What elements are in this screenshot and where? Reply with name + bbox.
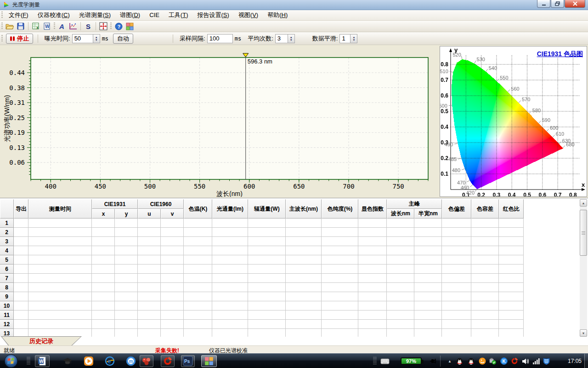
scroll-up-button[interactable]: ▲ [580,199,587,207]
taskbar-word[interactable]: W [35,355,50,367]
open-file-icon[interactable] [4,22,15,31]
table-cell [286,329,322,337]
taskbar-graduation-cap[interactable] [62,355,74,367]
stop-button[interactable]: 停止 [6,34,33,44]
table-row[interactable]: 2 [0,228,524,237]
menu-item[interactable]: 仪器校准(C) [33,10,74,20]
table-cell [161,246,184,255]
table-cell [28,255,92,264]
table-row[interactable]: 1 [0,218,524,228]
menu-item[interactable]: 光谱测量(S) [74,10,115,20]
table-row[interactable]: 10 [0,301,524,310]
save-icon[interactable] [15,22,26,31]
table-cell [161,283,184,292]
smooth-input[interactable] [339,34,351,43]
average-input[interactable] [275,34,288,43]
vertical-scrollbar[interactable]: ▲ ▼ [580,199,587,337]
export-word-icon[interactable]: W [41,22,52,31]
table-row[interactable]: 12 [0,320,524,329]
scroll-down-button[interactable]: ▼ [580,329,587,337]
table-cell [212,292,248,301]
table-cell [471,274,499,283]
hidden-icons-button[interactable]: ▲ [447,357,453,365]
table-cell [14,246,28,255]
table-row[interactable]: 9 [0,292,524,301]
help-icon[interactable]: ? [113,22,124,31]
qq-icon-1[interactable] [456,357,463,365]
qq-icon-2[interactable] [467,357,475,365]
table-cell [184,255,212,264]
taskbar-molecule-app[interactable] [140,355,153,367]
taskbar-media-player[interactable] [83,355,95,367]
table-cell [161,237,184,246]
network-signal-icon[interactable] [532,357,540,365]
table-row[interactable]: 6 [0,264,524,274]
table-row[interactable]: 13 [0,329,524,337]
spectrum-chart-icon[interactable] [68,22,79,31]
table-cell [92,228,115,237]
smooth-stepper[interactable]: ▲▼ [351,34,357,43]
table-cell [138,320,161,329]
table-cell [248,301,286,310]
wangwang-icon[interactable] [479,357,486,365]
close-button[interactable] [565,0,585,8]
table-row[interactable]: 8 [0,283,524,292]
svg-text:x: x [582,181,585,188]
restore-button[interactable] [551,0,564,8]
volume-icon[interactable] [522,357,529,365]
menu-item[interactable]: 帮助(H) [263,10,292,20]
table-cell [115,246,138,255]
taskbar-qvod-app[interactable] [161,355,175,367]
spectrum-chart[interactable]: 0.440.380.310.250.190.130.06400450500550… [1,46,437,197]
start-button[interactable] [4,354,18,368]
table-cell [14,218,28,228]
tab-history[interactable]: 历史记录 [1,336,82,345]
menu-item[interactable]: 谱图(D) [115,10,145,20]
usb-safely-remove-icon[interactable] [489,357,496,365]
taskbar-photometry-app[interactable] [201,355,217,367]
show-desktop-button[interactable] [584,354,588,368]
average-stepper[interactable]: ▲▼ [288,34,295,43]
title-bar[interactable]: 光度学测量 [0,0,588,10]
about-icon[interactable] [124,22,135,31]
menu-item[interactable]: CIE [145,10,164,20]
table-cell [248,283,286,292]
table-cell [442,237,471,246]
menu-item[interactable]: 工具(T) [164,10,193,20]
font-icon[interactable]: A [57,22,68,31]
taskbar-clock[interactable]: 17:05 [568,354,582,368]
table-row[interactable]: 3 [0,237,524,246]
table-cell [358,246,387,255]
table-cell [212,320,248,329]
keyboard-tray-icon[interactable] [380,357,390,365]
k-app-icon[interactable]: K [500,357,508,365]
taskbar-internet-explorer[interactable]: e [104,355,116,367]
auto-button[interactable]: 自动 [113,34,133,44]
qvod-tray-icon[interactable] [511,357,518,365]
table-row[interactable]: 11 [0,310,524,320]
battery-indicator[interactable]: 97% [401,357,422,365]
table-cell [442,218,471,228]
menu-item[interactable]: 文件(F) [4,10,33,20]
exposure-input[interactable] [72,34,93,43]
table-row[interactable]: 7 [0,274,524,283]
shield-360-icon[interactable] [543,357,550,365]
scrollbar-thumb[interactable] [580,210,587,256]
taskbar-maxthon[interactable]: m [125,355,137,367]
menu-item[interactable]: 报告设置(S) [192,10,233,20]
table-cell [471,246,499,255]
table-cell [286,310,322,320]
cie1931-link[interactable]: CIE1931 色品图 [537,50,583,58]
minimize-button[interactable] [537,0,550,8]
table-row[interactable]: 4 [0,246,524,255]
table-row[interactable]: 5 [0,255,524,264]
interval-input[interactable] [207,34,233,43]
menu-item[interactable]: 视图(V) [234,10,263,20]
s-mode-icon[interactable]: S [83,22,94,31]
crosshair-zoom-icon[interactable] [98,22,109,31]
table-cell [138,228,161,237]
export-excel-icon[interactable]: x [30,22,41,31]
taskbar-photoshop[interactable]: Ps [181,355,195,367]
table-cell [248,320,286,329]
exposure-stepper[interactable]: ▲▼ [93,34,100,43]
